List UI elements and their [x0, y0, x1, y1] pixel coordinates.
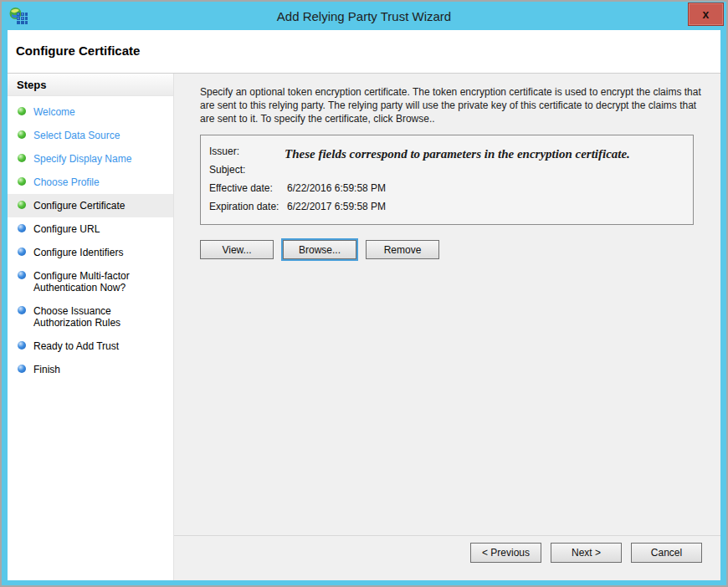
step-item: Ready to Add Trust [8, 334, 173, 358]
wizard-navigation: < Previous Next > Cancel [174, 535, 720, 580]
step-bullet-icon [18, 365, 26, 373]
close-button[interactable]: x [688, 3, 724, 26]
certificate-field-label: Issuer: [209, 142, 287, 161]
steps-sidebar: Steps WelcomeSelect Data SourceSpecify D… [8, 74, 174, 580]
view-button[interactable]: View... [200, 240, 274, 259]
wizard-window: Add Relying Party Trust Wizard x Configu… [0, 0, 728, 587]
step-label: Choose Profile [33, 176, 100, 188]
step-label: Finish [33, 364, 60, 375]
page-title: Configure Certificate [8, 30, 720, 58]
step-item: Finish [8, 358, 173, 381]
step-label: Configure Multi-factor Authentication No… [33, 270, 167, 294]
step-bullet-icon [18, 248, 26, 256]
dialog-body: Configure Certificate Steps WelcomeSelec… [8, 30, 720, 580]
step-item: Configure Multi-factor Authentication No… [8, 264, 173, 299]
step-item: Configure Identifiers [8, 241, 173, 264]
step-item[interactable]: Welcome [8, 100, 173, 124]
title-bar: Add Relying Party Trust Wizard x [2, 2, 726, 30]
step-item[interactable]: Specify Display Name [8, 147, 173, 171]
step-bullet-icon [18, 271, 26, 279]
step-item: Configure Certificate [8, 194, 173, 217]
certificate-field-label: Subject: [209, 161, 287, 179]
certificate-field-row: Expiration date:6/22/2017 6:59:58 PM [209, 197, 684, 216]
step-label: Configure Certificate [33, 200, 125, 212]
browse-button[interactable]: Browse... [283, 240, 356, 259]
certificate-field-label: Effective date: [209, 179, 287, 197]
step-label: Configure URL [33, 223, 100, 235]
step-label: Select Data Source [33, 130, 120, 141]
window-title: Add Relying Party Trust Wizard [2, 9, 726, 23]
step-label: Specify Display Name [33, 153, 131, 165]
certificate-info-box: Issuer:Subject:Effective date:6/22/2016 … [200, 135, 694, 225]
step-label: Choose Issuance Authorization Rules [33, 305, 167, 329]
step-item: Configure URL [8, 217, 173, 241]
next-button[interactable]: Next > [551, 543, 622, 563]
adfs-icon [8, 7, 28, 25]
certificate-annotation: These fields correspond to parameters in… [285, 147, 684, 161]
page-description: Specify an optional token encryption cer… [200, 85, 702, 125]
step-item: Choose Issuance Authorization Rules [8, 299, 173, 334]
certificate-field-label: Expiration date: [209, 197, 287, 216]
certificate-field-value: 6/22/2017 6:59:58 PM [287, 197, 684, 216]
step-bullet-icon [18, 130, 26, 139]
step-bullet-icon [18, 224, 26, 232]
certificate-field-row: Subject: [209, 161, 684, 179]
cancel-button[interactable]: Cancel [631, 543, 702, 563]
step-item[interactable]: Select Data Source [8, 124, 173, 147]
previous-button[interactable]: < Previous [470, 543, 541, 563]
step-label: Welcome [33, 106, 75, 118]
steps-list: WelcomeSelect Data SourceSpecify Display… [8, 100, 173, 381]
certificate-field-value [287, 161, 684, 179]
step-bullet-icon [18, 154, 26, 162]
step-bullet-icon [18, 177, 26, 186]
certificate-actions: View... Browse... Remove [200, 240, 702, 259]
content-pane: Specify an optional token encryption cer… [174, 74, 720, 580]
page-header: Configure Certificate [8, 30, 720, 74]
step-bullet-icon [18, 201, 26, 209]
step-item[interactable]: Choose Profile [8, 171, 173, 194]
step-bullet-icon [18, 107, 26, 115]
steps-header: Steps [8, 74, 173, 96]
remove-button[interactable]: Remove [366, 240, 439, 259]
step-bullet-icon [18, 341, 26, 350]
step-label: Ready to Add Trust [33, 340, 119, 352]
certificate-field-value: 6/22/2016 6:59:58 PM [287, 179, 684, 197]
step-label: Configure Identifiers [33, 247, 123, 258]
step-bullet-icon [18, 306, 26, 314]
certificate-field-row: Effective date:6/22/2016 6:59:58 PM [209, 179, 684, 197]
